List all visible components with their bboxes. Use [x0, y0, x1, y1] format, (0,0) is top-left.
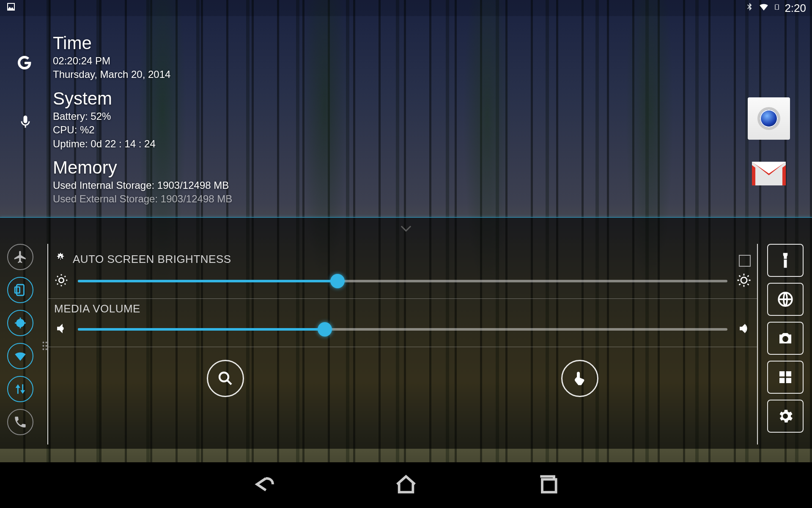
- svg-point-6: [219, 373, 228, 381]
- bluetooth-icon: [745, 2, 754, 14]
- gesture-button[interactable]: [561, 360, 598, 397]
- google-search-icon[interactable]: [14, 52, 35, 75]
- recents-button[interactable]: [536, 472, 560, 498]
- camera-lens-icon: [757, 107, 780, 130]
- auto-brightness-icon: A: [54, 251, 67, 267]
- memory-heading: Memory: [53, 157, 575, 178]
- brightness-high-icon: [737, 273, 751, 289]
- svg-point-5: [741, 277, 747, 283]
- browser-button[interactable]: [767, 283, 804, 316]
- time-clock: 02:20:24 PM: [53, 54, 575, 68]
- back-button[interactable]: [252, 472, 276, 498]
- gmail-app-icon[interactable]: [748, 152, 790, 195]
- navigation-bar: [0, 462, 812, 508]
- brightness-slider[interactable]: [78, 280, 727, 282]
- toggle-column: [5, 244, 36, 435]
- gps-toggle[interactable]: [7, 310, 33, 336]
- brightness-slider-thumb[interactable]: [330, 274, 345, 288]
- time-heading: Time: [53, 33, 575, 53]
- svg-rect-7: [542, 479, 556, 492]
- airplane-mode-toggle[interactable]: [7, 244, 33, 270]
- volume-slider[interactable]: [78, 328, 727, 331]
- info-widget[interactable]: Time 02:20:24 PM Thursday, March 20, 201…: [53, 33, 575, 213]
- status-bar: 2:20: [0, 0, 812, 16]
- phone-toggle[interactable]: [7, 409, 33, 435]
- system-cpu: CPU: %2: [53, 123, 575, 137]
- time-date: Thursday, March 20, 2014: [53, 68, 575, 81]
- flashlight-button[interactable]: [767, 244, 804, 277]
- brightness-label: AUTO SCREEN BRIGHTNESS: [73, 253, 231, 266]
- settings-button[interactable]: [767, 400, 804, 433]
- memory-internal: Used Internal Storage: 1903/12498 MB: [53, 179, 575, 192]
- svg-point-4: [59, 278, 63, 282]
- volume-label: MEDIA VOLUME: [54, 302, 140, 315]
- camera-button[interactable]: [767, 322, 804, 355]
- data-toggle[interactable]: [7, 376, 33, 402]
- panel-center: A AUTO SCREEN BRIGHTNESS MEDIA VOLUME: [47, 244, 758, 444]
- camera-app-icon[interactable]: [748, 97, 790, 140]
- search-button[interactable]: [207, 360, 244, 397]
- wifi-toggle[interactable]: [7, 343, 33, 369]
- shortcut-column: [766, 244, 804, 433]
- volume-low-icon: [54, 321, 69, 337]
- home-button[interactable]: [394, 472, 418, 498]
- status-clock: 2:20: [785, 2, 806, 15]
- brightness-low-icon: [54, 273, 69, 289]
- wifi-icon: [758, 1, 769, 15]
- picture-icon: [6, 2, 16, 14]
- volume-slider-thumb[interactable]: [318, 322, 332, 337]
- apps-button[interactable]: [767, 361, 804, 394]
- system-battery: Battery: 52%: [53, 110, 575, 123]
- memory-external: Used External Storage: 1903/12498 MB: [53, 192, 575, 206]
- system-uptime: Uptime: 0d 22 : 14 : 24: [53, 137, 575, 151]
- system-heading: System: [53, 88, 575, 109]
- volume-high-icon: [737, 321, 751, 337]
- voice-search-icon[interactable]: [18, 114, 33, 131]
- rotation-toggle[interactable]: [7, 277, 33, 303]
- battery-icon: [774, 1, 780, 15]
- svg-text:A: A: [59, 255, 63, 260]
